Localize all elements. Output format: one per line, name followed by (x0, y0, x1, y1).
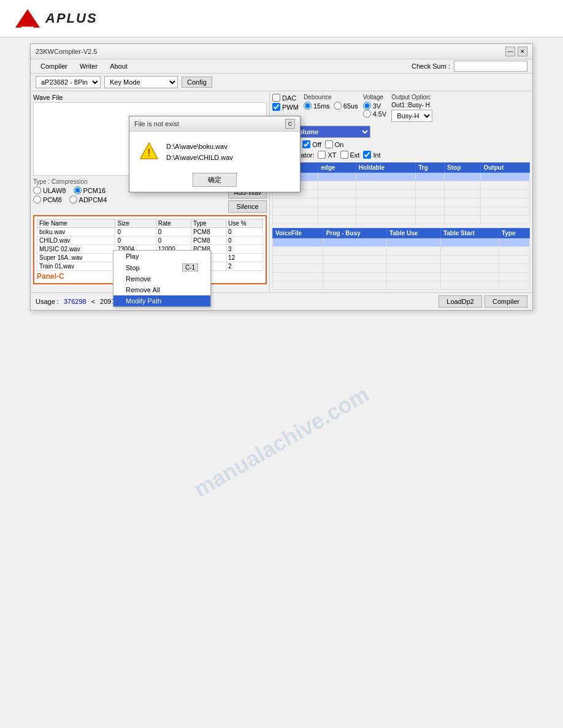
pwm-input[interactable] (272, 103, 280, 111)
osc-int[interactable]: Int (363, 151, 380, 159)
modal-body: ! D:\A\wave\boku.wav D:\A\wave\CHILD.wav (129, 132, 300, 168)
context-remove-all[interactable]: Remove All (113, 284, 210, 295)
voice-col-file: VoiceFile (273, 229, 324, 238)
pcm16-radio[interactable]: PCM16 (74, 186, 106, 194)
wave-file-label: Wave File (33, 94, 267, 101)
voltage-3v[interactable]: 3V (363, 102, 387, 110)
silence-button[interactable]: Silence (228, 200, 267, 213)
voltage-label: Voltage (363, 94, 387, 100)
output-busy-label: Out1 :Busy- H (391, 102, 432, 108)
output-dropdown[interactable]: Busy-H (391, 110, 432, 122)
cell-use: 0 (226, 228, 263, 237)
cell-use: 0 (226, 237, 263, 245)
modal-ok-button[interactable]: 确定 (193, 173, 237, 187)
lvd-off[interactable]: Off (302, 140, 321, 148)
voice-col-tablestart: Table Start (440, 229, 499, 238)
modal-close-button[interactable]: C (285, 119, 295, 129)
pwm-checkbox[interactable]: PWM (272, 103, 299, 111)
warning-icon: ! (139, 142, 159, 161)
group-col-stop: Stop (445, 163, 481, 173)
modal-footer: 确定 (129, 168, 300, 192)
adpcm4-radio[interactable]: ADPCM4 (69, 195, 107, 203)
load-dp2-button[interactable]: LoadDp2 (439, 295, 482, 308)
cell-use: 12 (226, 254, 263, 262)
usage-label: Usage : (36, 298, 59, 305)
osc-ext[interactable]: Ext (340, 151, 360, 159)
osc-int-input[interactable] (363, 151, 371, 159)
compiler-button[interactable]: Compiler (484, 295, 527, 308)
options-row: DAC PWM Debounce 15ms (272, 94, 530, 122)
lvd-off-input[interactable] (302, 140, 310, 148)
table-row[interactable]: boku.wav 0 0 PCM8 0 (37, 228, 263, 237)
cell-use: 2 (226, 262, 263, 271)
context-remove[interactable]: Remove (113, 273, 210, 284)
cell-filename: Super 16A..wav (37, 254, 115, 262)
cell-type: PCM8 (191, 237, 226, 245)
lvd-on[interactable]: On (325, 140, 344, 148)
col-type: Type (191, 219, 226, 228)
window-controls: — ✕ (505, 47, 527, 56)
group-col-output: Output (481, 163, 530, 173)
window-title-bar: 23KWCompiler-V2.5 — ✕ (31, 44, 532, 59)
modal-dialog: File is not exist C ! D:\A\wave\boku.wav… (129, 116, 301, 192)
device-select[interactable]: aP23682 - 8Pin (36, 76, 101, 88)
main-content: Wave File Type : Compression ULAW8 (31, 91, 532, 292)
svg-marker-0 (15, 9, 40, 28)
debounce-radio-row: 15ms 65us (304, 102, 358, 110)
lvd-on-input[interactable] (325, 140, 333, 148)
volume-row: High Volume (272, 126, 530, 138)
modal-title: File is not exist (134, 120, 179, 127)
context-stop[interactable]: Stop C-1 (113, 262, 210, 273)
table-row[interactable]: CHILD.wav 0 0 PCM8 0 (37, 237, 263, 245)
group-col-holdable: Holdable (356, 163, 416, 173)
dac-input[interactable] (272, 94, 280, 102)
checksum-input[interactable] (454, 61, 527, 72)
voice-col-prog: Prog - Busy (323, 229, 386, 238)
cell-rate: 0 (156, 228, 191, 237)
osc-ext-input[interactable] (340, 151, 348, 159)
mode-select[interactable]: Key Mode (104, 76, 178, 88)
menu-compiler[interactable]: Compiler (36, 61, 72, 71)
col-filename: File Name (37, 219, 115, 228)
context-modify-path[interactable]: Modify Path (113, 295, 210, 306)
osc-xt-input[interactable] (318, 151, 326, 159)
modal-message: D:\A\wave\boku.wav D:\A\wave\CHILD.wav (166, 142, 233, 163)
svg-text:!: ! (147, 148, 150, 158)
debounce-65us[interactable]: 65us (334, 102, 358, 110)
voice-table: VoiceFile Prog - Busy Table Use Table St… (272, 228, 530, 290)
output-label: Output Option: (391, 94, 432, 100)
toolbar: aP23682 - 8Pin Key Mode Config (31, 74, 532, 91)
col-size: Size (115, 219, 156, 228)
minimize-button[interactable]: — (505, 47, 515, 56)
cell-type: PCM8 (191, 228, 226, 237)
cell-rate: 0 (156, 237, 191, 245)
voice-col-type: Type (499, 229, 529, 238)
group-table: Group edge Holdable Trg Stop Output (272, 162, 530, 224)
cell-size: 0 (115, 237, 156, 245)
modal-line2: D:\A\wave\CHILD.wav (166, 153, 233, 164)
debounce-15ms[interactable]: 15ms (304, 102, 330, 110)
output-group: Output Option: Out1 :Busy- H Busy-H (391, 94, 432, 122)
close-button[interactable]: ✕ (518, 47, 527, 56)
osc-row: Set Oscillator: XT Ext Int (272, 151, 530, 159)
menu-about[interactable]: About (105, 61, 132, 71)
voltage-45v[interactable]: 4.5V (363, 110, 387, 118)
context-play[interactable]: Play (113, 251, 210, 262)
usage-value: 376298 (64, 298, 86, 305)
menu-bar: Compiler Writer About Check Sum : (31, 59, 532, 74)
ulaw8-radio[interactable]: ULAW8 (33, 186, 66, 194)
encoding-row2: PCM8 ADPCM4 (33, 195, 107, 203)
window-title: 23KWCompiler-V2.5 (36, 48, 97, 55)
logo-area: APLUS (0, 0, 563, 37)
voice-col-tableuse: Table Use (386, 229, 440, 238)
cell-filename: boku.wav (37, 228, 115, 237)
menu-writer[interactable]: Writer (75, 61, 102, 71)
osc-xt[interactable]: XT (318, 151, 336, 159)
pcm8-radio[interactable]: PCM8 (33, 195, 62, 203)
col-use: Use % (226, 219, 263, 228)
dac-checkbox[interactable]: DAC (272, 94, 299, 102)
cell-filename: Train 01.wav (37, 262, 115, 271)
checksum-label: Check Sum : (412, 63, 450, 70)
modal-wrapper: File is not exist C ! D:\A\wave\boku.wav… (129, 116, 301, 192)
config-button[interactable]: Config (182, 77, 212, 88)
